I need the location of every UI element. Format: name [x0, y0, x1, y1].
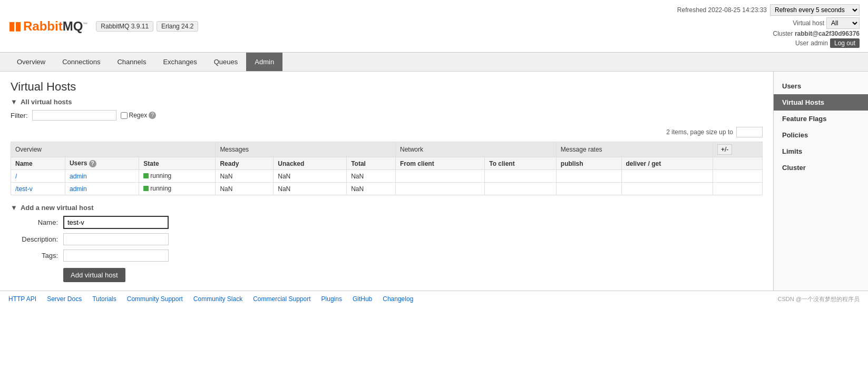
- nav-overview[interactable]: Overview: [8, 53, 54, 71]
- col-to-client: To client: [485, 157, 557, 170]
- footer-tutorials[interactable]: Tutorials: [92, 295, 116, 303]
- regex-checkbox[interactable]: [121, 112, 128, 119]
- filter-input[interactable]: [32, 110, 116, 121]
- all-vhosts-section-header[interactable]: ▼ All virtual hosts: [11, 98, 763, 106]
- logo-text: RabbitMQ™: [23, 19, 87, 34]
- main-container: Virtual Hosts ▼ All virtual hosts Filter…: [0, 72, 868, 291]
- deliver-get-val: [621, 183, 713, 195]
- footer-http-api[interactable]: HTTP API: [8, 295, 36, 303]
- section-arrow-icon: ▼: [11, 98, 17, 106]
- vhost-users-link[interactable]: admin: [70, 173, 87, 180]
- extra-cell: [713, 183, 762, 195]
- col-name: Name: [11, 157, 65, 170]
- sidebar-item-policies[interactable]: Policies: [774, 127, 868, 143]
- nav-queues[interactable]: Queues: [206, 53, 247, 71]
- cluster-name: rabbit@ca2f30d96376: [795, 30, 860, 37]
- add-vhost-button[interactable]: Add virtual host: [63, 268, 125, 282]
- sidebar-item-feature-flags[interactable]: Feature Flags: [774, 111, 868, 127]
- table-col-header-row: Name Users ? State Ready Unacked Total F…: [11, 157, 763, 170]
- help-icon[interactable]: ?: [149, 112, 156, 119]
- ready-val: NaN: [216, 183, 274, 195]
- footer-server-docs[interactable]: Server Docs: [47, 295, 82, 303]
- vhost-table: Overview Messages Network Message rates …: [11, 142, 763, 195]
- nav-exchanges[interactable]: Exchanges: [154, 53, 205, 71]
- vhost-row: Virtual host All / /test-v: [677, 17, 860, 29]
- network-group-header: Network: [395, 142, 556, 157]
- total-val: NaN: [347, 170, 396, 183]
- logo: ▮▮ RabbitMQ™: [8, 19, 87, 34]
- message-rates-group-header: Message rates: [556, 142, 713, 157]
- tags-form-row: Tags:: [11, 250, 763, 262]
- main-nav: Overview Connections Channels Exchanges …: [0, 53, 868, 72]
- vhost-users-link[interactable]: admin: [70, 185, 87, 193]
- footer-commercial-support[interactable]: Commercial Support: [253, 295, 310, 303]
- sidebar-item-virtual-hosts[interactable]: Virtual Hosts: [774, 94, 868, 111]
- publish-val: [556, 170, 621, 183]
- add-section-label: Add a new virtual host: [21, 204, 94, 212]
- tags-form-label: Tags:: [11, 252, 63, 260]
- col-ready: Ready: [216, 157, 274, 170]
- regex-label: Regex ?: [121, 112, 157, 119]
- state-text: running: [150, 172, 171, 179]
- description-form-input[interactable]: [63, 233, 169, 245]
- col-unacked: Unacked: [274, 157, 347, 170]
- refresh-timestamp: Refreshed 2022-08-25 14:23:33: [677, 6, 767, 14]
- top-right-info: Refreshed 2022-08-25 14:23:33 Refresh ev…: [677, 4, 860, 48]
- overview-group-header: Overview: [11, 142, 216, 157]
- add-vhost-section: ▼ Add a new virtual host Name: Descripti…: [11, 204, 763, 282]
- footer-community-support[interactable]: Community Support: [127, 295, 183, 303]
- sidebar-item-users[interactable]: Users: [774, 78, 868, 94]
- total-val: NaN: [347, 183, 396, 195]
- erlang-badge: Erlang 24.2: [157, 21, 198, 32]
- items-count-text: 2 items, page size up to: [666, 128, 733, 136]
- state-dot: [143, 173, 149, 178]
- sidebar: Users Virtual Hosts Feature Flags Polici…: [773, 72, 868, 291]
- vhost-name-link[interactable]: /test-v: [15, 185, 33, 193]
- tags-form-input[interactable]: [63, 250, 169, 262]
- footer-attribution: CSDN @一个没有梦想的程序员: [778, 295, 860, 303]
- sidebar-item-limits[interactable]: Limits: [774, 143, 868, 159]
- nav-connections[interactable]: Connections: [54, 53, 109, 71]
- footer-github[interactable]: GitHub: [353, 295, 372, 303]
- extra-cell: [713, 170, 762, 183]
- user-name: admin: [811, 39, 828, 47]
- to-client-val: [485, 170, 557, 183]
- plus-minus-btn-cell[interactable]: +/-: [713, 142, 762, 157]
- vhost-state-cell: running: [139, 170, 216, 183]
- from-client-val: [395, 183, 484, 195]
- ready-val: NaN: [216, 170, 274, 183]
- footer-community-slack[interactable]: Community Slack: [193, 295, 242, 303]
- vhost-state-cell: running: [139, 183, 216, 195]
- vhost-name-link[interactable]: /: [15, 173, 17, 180]
- sidebar-item-cluster[interactable]: Cluster: [774, 159, 868, 176]
- page-size-input[interactable]: 100: [736, 127, 763, 137]
- col-deliver-get: deliver / get: [621, 157, 713, 170]
- nav-admin[interactable]: Admin: [246, 53, 282, 71]
- vhost-select[interactable]: All / /test-v: [826, 17, 860, 29]
- state-dot: [143, 186, 149, 191]
- footer-changelog[interactable]: Changelog: [383, 295, 413, 303]
- footer-plugins[interactable]: Plugins: [321, 295, 342, 303]
- name-form-input[interactable]: [63, 216, 169, 229]
- user-row: User admin Log out: [677, 38, 860, 48]
- running-badge: running: [143, 172, 171, 179]
- col-total: Total: [347, 157, 396, 170]
- refresh-select[interactable]: Refresh every 5 seconds Refresh every 10…: [770, 4, 860, 16]
- cluster-label: Cluster: [773, 30, 793, 37]
- filter-label: Filter:: [11, 112, 28, 119]
- plus-minus-button[interactable]: +/-: [717, 144, 732, 155]
- table-row: /test-v admin running NaN NaN NaN: [11, 183, 763, 195]
- page-title: Virtual Hosts: [11, 80, 763, 94]
- nav-channels[interactable]: Channels: [109, 53, 154, 71]
- add-section-arrow-icon: ▼: [11, 204, 17, 212]
- publish-val: [556, 183, 621, 195]
- add-vhost-section-header[interactable]: ▼ Add a new virtual host: [11, 204, 763, 212]
- users-help-icon[interactable]: ?: [89, 160, 96, 167]
- items-count-row: 2 items, page size up to 100: [11, 127, 763, 137]
- filter-row: Filter: Regex ?: [11, 110, 763, 121]
- name-form-row: Name:: [11, 216, 763, 229]
- col-extra: [713, 157, 762, 170]
- description-form-label: Description:: [11, 235, 63, 243]
- col-state: State: [139, 157, 216, 170]
- logout-button[interactable]: Log out: [830, 38, 860, 48]
